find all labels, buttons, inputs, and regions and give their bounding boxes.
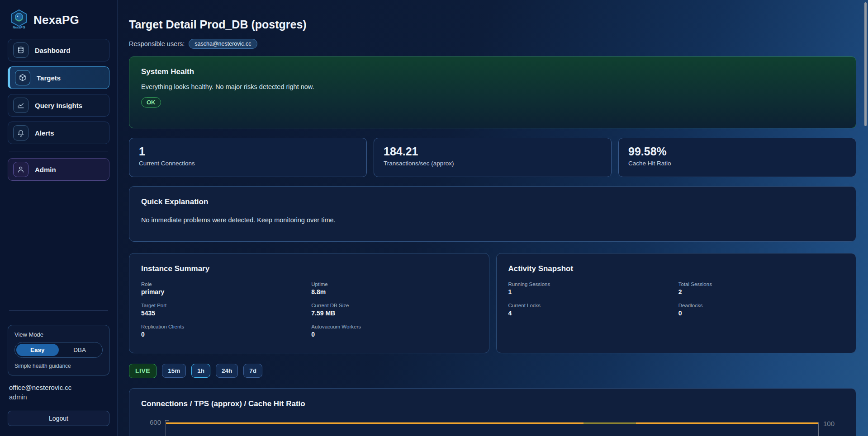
field-value: 0 bbox=[311, 331, 477, 338]
view-mode-hint: Simple health guidance bbox=[14, 363, 103, 369]
field-value: 8.8m bbox=[311, 288, 477, 295]
right-axis-top-tick-label: 100 bbox=[823, 420, 835, 427]
field-label: Autovacuum Workers bbox=[311, 324, 477, 329]
field-value: 1 bbox=[508, 288, 674, 295]
field-uptime: Uptime 8.8m bbox=[311, 281, 477, 295]
field-target-port: Target Port 5435 bbox=[141, 303, 307, 317]
metrics-chart-card: Connections / TPS (approx) / Cache Hit R… bbox=[129, 388, 856, 436]
field-value: 2 bbox=[678, 288, 844, 295]
responsible-user-badge: sascha@nesterovic.cc bbox=[189, 39, 257, 49]
field-label: Uptime bbox=[311, 281, 477, 287]
person-icon bbox=[13, 162, 28, 177]
range-button-1h[interactable]: 1h bbox=[191, 364, 210, 378]
field-value: 5435 bbox=[141, 309, 307, 317]
field-value: primary bbox=[141, 288, 307, 295]
range-button-7d[interactable]: 7d bbox=[243, 364, 262, 378]
stat-card-cache-hit-ratio: 99.58% Cache Hit Ratio bbox=[618, 138, 856, 177]
summary-row: Instance Summary Role primary Uptime 8.8… bbox=[129, 253, 856, 353]
system-health-card: System Health Everything looks healthy. … bbox=[129, 56, 856, 128]
view-mode-toggle: Easy DBA bbox=[14, 342, 103, 358]
status-badge-ok: OK bbox=[141, 97, 161, 108]
stat-card-current-connections: 1 Current Connections bbox=[129, 138, 367, 177]
stat-label: Current Connections bbox=[139, 160, 357, 167]
instance-summary-title: Instance Summary bbox=[141, 264, 477, 273]
user-email: office@nesterovic.cc bbox=[9, 383, 108, 392]
field-db-size: Current DB Size 7.59 MB bbox=[311, 303, 477, 317]
app-title: NexaPG bbox=[33, 13, 79, 27]
stat-value: 1 bbox=[139, 145, 357, 158]
chart-title: Connections / TPS (approx) / Cache Hit R… bbox=[141, 399, 844, 408]
stat-card-tps: 184.21 Transactions/sec (approx) bbox=[374, 138, 612, 177]
field-label: Role bbox=[141, 281, 307, 287]
scrollbar-thumb[interactable] bbox=[864, 2, 867, 126]
field-label: Current Locks bbox=[508, 303, 674, 308]
logo-caption: NexaPG bbox=[13, 26, 25, 29]
field-value: 4 bbox=[508, 309, 674, 317]
nexapg-logo-icon: NexaPG bbox=[9, 9, 28, 31]
activity-snapshot-title: Activity Snapshot bbox=[508, 264, 844, 273]
trend-chart-icon bbox=[13, 98, 28, 113]
live-toggle-button[interactable]: LIVE bbox=[129, 364, 157, 378]
sidebar-item-label: Admin bbox=[35, 166, 56, 173]
field-running-sessions: Running Sessions 1 bbox=[508, 281, 674, 295]
cache-hit-ratio-series-line bbox=[166, 422, 818, 424]
quick-explanation-title: Quick Explanation bbox=[141, 197, 844, 206]
field-deadlocks: Deadlocks 0 bbox=[678, 303, 844, 317]
sidebar-bottom-divider bbox=[9, 310, 108, 311]
range-button-24h[interactable]: 24h bbox=[216, 364, 238, 378]
left-axis-top-tick-label: 600 bbox=[150, 418, 161, 426]
field-value: 0 bbox=[678, 309, 844, 317]
field-label: Replication Clients bbox=[141, 324, 307, 329]
activity-snapshot-grid: Running Sessions 1 Total Sessions 2 Curr… bbox=[508, 281, 844, 317]
view-mode-dba-option[interactable]: DBA bbox=[59, 344, 101, 356]
system-health-title: System Health bbox=[141, 67, 844, 76]
instance-summary-card: Instance Summary Role primary Uptime 8.8… bbox=[129, 253, 489, 353]
view-mode-label: View Mode bbox=[14, 331, 103, 338]
bell-icon bbox=[13, 125, 28, 141]
page-title: Target Detail Prod_DB (postgres) bbox=[129, 18, 856, 31]
field-label: Target Port bbox=[141, 303, 307, 308]
sidebar: NexaPG NexaPG Dashboard bbox=[0, 0, 118, 436]
field-label: Current DB Size bbox=[311, 303, 477, 308]
sidebar-spacer bbox=[8, 186, 109, 309]
sidebar-item-admin[interactable]: Admin bbox=[8, 158, 109, 181]
logout-button[interactable]: Logout bbox=[8, 411, 109, 426]
stat-label: Cache Hit Ratio bbox=[628, 160, 846, 167]
sidebar-divider bbox=[9, 151, 108, 151]
sidebar-item-dashboard[interactable]: Dashboard bbox=[8, 39, 109, 61]
app-root: NexaPG NexaPG Dashboard bbox=[0, 0, 868, 436]
sidebar-item-query-insights[interactable]: Query Insights bbox=[8, 94, 109, 117]
logo-row: NexaPG NexaPG bbox=[8, 8, 109, 32]
sidebar-item-label: Dashboard bbox=[35, 47, 70, 54]
main-content: Target Detail Prod_DB (postgres) Respons… bbox=[118, 0, 868, 436]
view-mode-easy-option[interactable]: Easy bbox=[16, 344, 59, 356]
user-role: admin bbox=[9, 393, 108, 402]
sidebar-item-label: Alerts bbox=[35, 129, 54, 137]
overlapping-series-segment bbox=[583, 422, 636, 424]
stat-value: 99.58% bbox=[628, 145, 846, 158]
sidebar-item-targets[interactable]: Targets bbox=[8, 66, 109, 89]
field-autovacuum-workers: Autovacuum Workers 0 bbox=[311, 324, 477, 338]
sidebar-item-alerts[interactable]: Alerts bbox=[8, 122, 109, 144]
view-mode-panel: View Mode Easy DBA Simple health guidanc… bbox=[8, 325, 109, 375]
field-label: Total Sessions bbox=[678, 281, 844, 287]
chart-plot-area: 600 100 bbox=[166, 420, 819, 436]
time-controls-row: LIVE 15m 1h 24h 7d bbox=[129, 364, 856, 378]
cube-icon bbox=[15, 70, 30, 85]
stat-value: 184.21 bbox=[384, 145, 602, 158]
field-replication-clients: Replication Clients 0 bbox=[141, 324, 307, 338]
range-button-15m[interactable]: 15m bbox=[162, 364, 186, 378]
field-total-sessions: Total Sessions 2 bbox=[678, 281, 844, 295]
sidebar-item-label: Targets bbox=[37, 74, 61, 82]
quick-explanation-card: Quick Explanation No immediate problems … bbox=[129, 186, 856, 242]
sidebar-item-label: Query Insights bbox=[35, 102, 82, 109]
system-health-message: Everything looks healthy. No major risks… bbox=[141, 83, 844, 90]
field-value: 0 bbox=[141, 331, 307, 338]
stat-label: Transactions/sec (approx) bbox=[384, 160, 602, 167]
stats-row: 1 Current Connections 184.21 Transaction… bbox=[129, 138, 856, 177]
activity-snapshot-card: Activity Snapshot Running Sessions 1 Tot… bbox=[496, 253, 857, 353]
instance-summary-grid: Role primary Uptime 8.8m Target Port 543… bbox=[141, 281, 477, 338]
right-axis-line bbox=[818, 422, 819, 436]
responsible-users-row: Responsible users: sascha@nesterovic.cc bbox=[129, 38, 856, 49]
field-label: Deadlocks bbox=[678, 303, 844, 308]
